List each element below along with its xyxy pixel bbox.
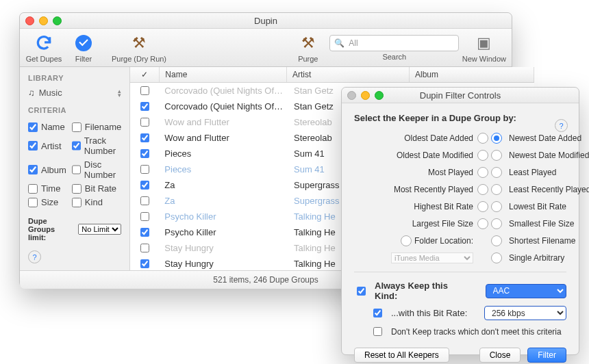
keeper-radio[interactable]	[491, 201, 502, 212]
keeper-radio[interactable]	[491, 133, 502, 144]
criteria-kind[interactable]: Kind	[72, 197, 121, 207]
keeper-radio[interactable]	[477, 167, 488, 178]
col-name[interactable]: Name	[160, 67, 287, 82]
single-arbitrary-radio[interactable]	[491, 252, 502, 263]
criteria-checkbox[interactable]	[72, 122, 82, 132]
row-checkbox[interactable]	[140, 149, 149, 158]
criteria-checkbox[interactable]	[72, 141, 81, 151]
close-button[interactable]: Close	[479, 348, 521, 363]
folder-location-radio[interactable]	[401, 235, 412, 246]
filter-heading: Select the Keeper in a Dupe Group by:	[354, 113, 566, 123]
dupe-limit-label: Dupe Groups limit:	[28, 217, 73, 242]
criteria-artist[interactable]: Artist	[28, 135, 66, 156]
table-header: ✓ Name Artist Album	[130, 67, 534, 83]
toolbar-label: New Window	[462, 55, 506, 63]
keeper-radio[interactable]	[477, 218, 488, 229]
keeper-radio[interactable]	[477, 184, 488, 195]
criteria-time[interactable]: Time	[28, 183, 66, 194]
col-artist[interactable]: Artist	[287, 67, 410, 82]
help-button[interactable]: ?	[28, 250, 41, 263]
purge-dryrun-button[interactable]: ⚒ Purge (Dry Run)	[105, 30, 173, 66]
keeper-radio[interactable]	[477, 201, 488, 212]
criteria-checkbox[interactable]	[72, 165, 81, 174]
search-input[interactable]: 🔍 All	[329, 35, 459, 51]
close-icon[interactable]	[25, 16, 34, 25]
criteria-checkbox[interactable]	[28, 184, 38, 194]
bitrate-label: ...with this Bit Rate:	[391, 308, 467, 318]
toolbar-label: Filter	[75, 55, 92, 63]
criteria-checkbox[interactable]	[28, 141, 38, 151]
keeper-option-label: Least Recently Played	[505, 185, 589, 194]
window-title: Dupin	[20, 16, 512, 26]
keeper-radio[interactable]	[491, 184, 502, 195]
always-keep-checkbox[interactable]	[357, 287, 366, 296]
bitrate-select[interactable]: 256 kbps	[484, 306, 566, 320]
dont-keep-checkbox[interactable]	[373, 327, 382, 336]
library-item[interactable]: ♫ Music ▴▾	[28, 86, 121, 106]
minimize-icon[interactable]	[39, 16, 48, 25]
keeper-radio[interactable]	[477, 133, 488, 144]
search-placeholder: All	[349, 38, 358, 48]
criteria-album[interactable]: Album	[28, 159, 66, 180]
criteria-checkbox[interactable]	[28, 165, 38, 174]
filter-window: Dupin Filter Controls Select the Keeper …	[341, 87, 579, 355]
reset-button[interactable]: Reset to All Keepers	[354, 348, 449, 363]
new-window-button[interactable]: ▣ New Window	[462, 30, 506, 66]
bitrate-checkbox[interactable]	[373, 309, 382, 317]
purge-icon: ⚒	[129, 33, 149, 53]
col-check[interactable]: ✓	[130, 67, 160, 82]
always-keep-select[interactable]: AAC	[486, 284, 566, 298]
criteria-checkbox[interactable]	[72, 198, 82, 207]
criteria-bit-rate[interactable]: Bit Rate	[72, 183, 121, 194]
toolbar: Get Dupes Filter ⚒ Purge (Dry Run) ⚒ Pur…	[20, 29, 512, 67]
criteria-track-number[interactable]: Track Number	[72, 135, 121, 156]
minimize-icon[interactable]	[361, 91, 370, 100]
criteria-size[interactable]: Size	[28, 197, 66, 207]
keeper-radio[interactable]	[491, 150, 502, 161]
filter-button[interactable]: Filter	[65, 30, 102, 66]
criteria-checkbox[interactable]	[72, 184, 82, 194]
toolbar-label: Purge (Dry Run)	[112, 55, 166, 63]
close-icon[interactable]	[347, 91, 356, 100]
help-button[interactable]: ?	[555, 119, 568, 132]
dupe-limit-select[interactable]: No Limit	[78, 224, 121, 235]
col-album[interactable]: Album	[410, 67, 534, 82]
row-checkbox[interactable]	[140, 212, 149, 221]
keeper-radio[interactable]	[491, 218, 502, 229]
keeper-option-label: Most Played	[354, 168, 477, 177]
criteria-disc-number[interactable]: Disc Number	[72, 159, 121, 180]
row-name: Stay Hungry	[159, 259, 288, 269]
folder-location-label: Folder Location:	[414, 236, 473, 246]
criteria-filename[interactable]: Filename	[72, 122, 121, 132]
keeper-radio[interactable]	[491, 167, 502, 178]
maximize-icon[interactable]	[375, 91, 384, 100]
filter-apply-button[interactable]: Filter	[527, 348, 566, 363]
row-checkbox[interactable]	[140, 244, 149, 252]
keeper-option-label: Newest Date Modified	[505, 151, 589, 160]
search-group: 🔍 All Search	[329, 30, 460, 66]
row-checkbox[interactable]	[140, 228, 149, 237]
row-name: Za	[159, 180, 288, 190]
row-checkbox[interactable]	[140, 133, 149, 142]
folder-location-select[interactable]: iTunes Media	[391, 252, 473, 263]
row-name: Psycho Killer	[159, 211, 288, 222]
criteria-name[interactable]: Name	[28, 122, 66, 132]
criteria-checkbox[interactable]	[28, 198, 38, 207]
row-checkbox[interactable]	[140, 196, 149, 205]
get-dupes-button[interactable]: Get Dupes	[25, 30, 62, 66]
criteria-heading: CRITERIA	[28, 106, 121, 114]
criteria-label: Filename	[85, 122, 121, 132]
shortest-filename-radio[interactable]	[491, 235, 502, 246]
row-checkbox[interactable]	[140, 102, 149, 111]
row-name: Wow and Flutter	[159, 117, 288, 127]
maximize-icon[interactable]	[53, 16, 62, 25]
row-checkbox[interactable]	[140, 181, 149, 190]
keeper-option-label: Newest Date Added	[505, 133, 589, 143]
row-checkbox[interactable]	[140, 165, 149, 174]
row-checkbox[interactable]	[140, 118, 149, 127]
keeper-radio[interactable]	[477, 150, 488, 161]
purge-button[interactable]: ⚒ Purge	[290, 30, 327, 66]
row-checkbox[interactable]	[140, 259, 149, 268]
row-checkbox[interactable]	[140, 86, 149, 95]
criteria-checkbox[interactable]	[28, 122, 38, 132]
